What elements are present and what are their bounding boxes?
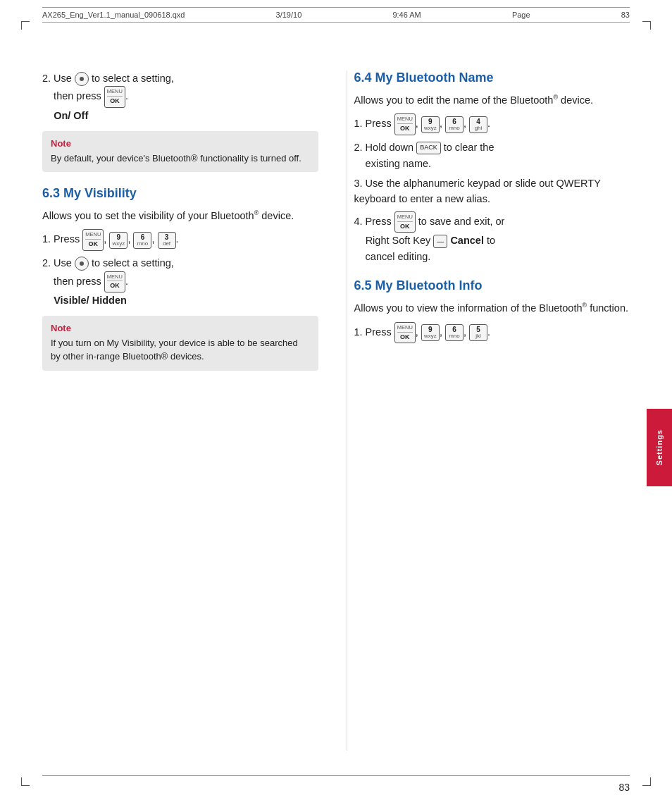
- note2-title: Note: [51, 323, 310, 333]
- menu-ok-key-65-1: MENUOK: [394, 322, 416, 344]
- header-date: 3/19/10: [276, 11, 302, 19]
- page-container: AX265_Eng_Ver1.1_manual_090618.qxd 3/19/…: [0, 0, 672, 807]
- section64-title: 6.4 My Bluetooth Name: [354, 70, 630, 85]
- step-2-select: 2. Use to select a setting, then press M…: [42, 70, 318, 124]
- right-soft-key-label: Right Soft Key: [366, 235, 431, 246]
- key-6mno-64: 6mno: [445, 116, 463, 133]
- s64-step1-content: 1. Press MENUOK, 9wxyz, 6mno, 4ghi.: [354, 113, 630, 135]
- key-6mno-63: 6mno: [133, 232, 151, 249]
- page-number: 83: [618, 782, 630, 793]
- header-filename: AX265_Eng_Ver1.1_manual_090618.qxd: [42, 11, 185, 19]
- note-box-2: Note If you turn on My Visibility, your …: [42, 316, 318, 371]
- s64-step1: 1. Press MENUOK, 9wxyz, 6mno, 4ghi.: [354, 113, 630, 135]
- s64-step2: 2. Hold down BACK to clear the existing …: [354, 140, 630, 171]
- section65-body: Allows you to view the information of th…: [354, 300, 630, 316]
- header-page-num: 83: [621, 11, 630, 19]
- s65-step1-content: 1. Press MENUOK, 9wxyz, 6mno, 5jkl.: [354, 322, 630, 344]
- note-box-1: Note By default, your device's Bluetooth…: [42, 131, 318, 173]
- section64-body: Allows you to edit the name of the Bluet…: [354, 92, 630, 108]
- s63-step2-content: 2. Use to select a setting, then press M…: [42, 255, 318, 309]
- corner-br: [642, 777, 651, 786]
- right-column: 6.4 My Bluetooth Name Allows you to edit…: [347, 70, 630, 751]
- note1-title: Note: [51, 138, 310, 149]
- key-6mno-65: 6mno: [445, 324, 463, 341]
- side-tab: Settings: [647, 409, 672, 486]
- header-page-label: Page: [512, 11, 530, 19]
- menu-ok-key-64-1: MENUOK: [394, 113, 416, 135]
- s63-step1-content: 1. Press MENUOK, 9wxyz, 6mno, 3def.: [42, 229, 318, 251]
- menu-ok-key-63-2: MENUOK: [104, 271, 125, 293]
- s65-step1: 1. Press MENUOK, 9wxyz, 6mno, 5jkl.: [354, 322, 630, 344]
- s64-step4: 4. Press MENUOK to save and exit, or Rig…: [354, 211, 630, 265]
- s64-step3: 3. Use the alphanumeric keypad or slide …: [354, 175, 630, 207]
- s64-step2-content: 2. Hold down BACK to clear the existing …: [354, 140, 630, 171]
- nav-key: [75, 72, 89, 86]
- section63-body: Allows you to set the visibility of your…: [42, 208, 318, 223]
- menu-ok-key-64-4: MENUOK: [394, 211, 416, 233]
- nav-key-63: [75, 257, 89, 271]
- header-time: 9:46 AM: [392, 11, 421, 19]
- corner-bl: [21, 777, 30, 786]
- key-3def-63: 3def: [158, 232, 176, 249]
- corner-tl: [21, 21, 30, 30]
- left-column: 2. Use to select a setting, then press M…: [42, 70, 325, 751]
- s64-step3-content: 3. Use the alphanumeric keypad or slide …: [354, 175, 630, 207]
- footer: 83: [42, 775, 630, 793]
- softkey-minus-icon: —: [433, 235, 447, 249]
- header-bar: AX265_Eng_Ver1.1_manual_090618.qxd 3/19/…: [42, 7, 630, 23]
- section63-title: 6.3 My Visibility: [42, 186, 318, 201]
- s63-options: Visible/ Hidden: [54, 295, 127, 306]
- menu-ok-key-63-1: MENUOK: [82, 229, 104, 251]
- key-9wxyz-65: 9wxyz: [421, 324, 440, 341]
- note1-text: By default, your device's Bluetooth® fun…: [51, 152, 310, 166]
- cancel-label: Cancel: [450, 235, 484, 246]
- side-tab-label: Settings: [655, 429, 664, 465]
- note2-text: If you turn on My Visibility, your devic…: [51, 336, 310, 364]
- key-5jkl-65: 5jkl: [469, 324, 487, 341]
- menu-ok-key: MENUOK: [104, 86, 125, 108]
- key-9wxyz-63: 9wxyz: [109, 232, 127, 249]
- back-key-64: BACK: [416, 142, 441, 154]
- s63-step2: 2. Use to select a setting, then press M…: [42, 255, 318, 309]
- key-9wxyz-64: 9wxyz: [421, 116, 440, 133]
- main-content: 2. Use to select a setting, then press M…: [42, 70, 630, 751]
- s63-step1: 1. Press MENUOK, 9wxyz, 6mno, 3def.: [42, 229, 318, 251]
- step2-options: On/ Off: [54, 110, 88, 121]
- step2-text: 2. Use to select a setting, then press M…: [42, 70, 318, 124]
- key-4ghi-64: 4ghi: [469, 116, 487, 133]
- section65-title: 6.5 My Bluetooth Info: [354, 278, 630, 293]
- corner-tr: [642, 21, 651, 30]
- s64-step4-content: 4. Press MENUOK to save and exit, or Rig…: [354, 211, 630, 265]
